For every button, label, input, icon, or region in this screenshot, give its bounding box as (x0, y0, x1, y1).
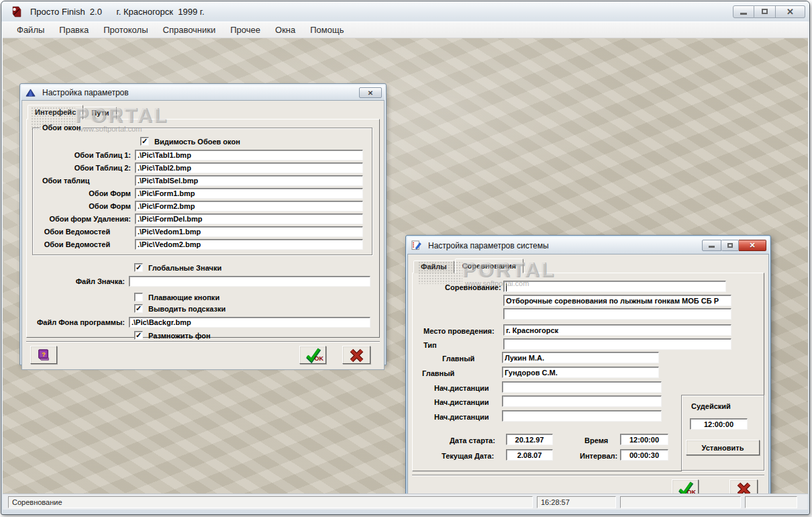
maximize-button[interactable] (754, 5, 776, 18)
chief2-input[interactable] (502, 367, 659, 378)
dist3-input[interactable] (502, 410, 662, 422)
field-row: Файл Значка: (27, 275, 379, 287)
misc-settings: ✓ Глобальные Значки Файл Значка: Плавающ… (27, 263, 379, 340)
dialog2-close-button[interactable]: ✕ (739, 240, 766, 251)
field-row: Обои Форм (33, 187, 372, 199)
judge-legend: Судейский (691, 402, 731, 410)
global-icons-label: Глобальные Значки (148, 264, 221, 272)
dialog1-body: Интерфейс Пути Обои окон ✓ Видимость Обо… (21, 100, 385, 370)
chief1-input[interactable] (502, 352, 659, 363)
dialog1-title: Настройка параметров (42, 88, 129, 97)
close-icon: ✕ (749, 241, 755, 250)
chief1-label: Главный (442, 355, 474, 363)
cancel-button[interactable] (342, 346, 370, 364)
client-area: Настройка параметров ✕ Интерфейс Пути Об… (3, 38, 808, 493)
cancel-button[interactable] (729, 479, 758, 493)
menu-files[interactable]: Файлы (9, 23, 52, 37)
menu-protocols[interactable]: Протоколы (96, 23, 155, 37)
tab-page-interface: Обои окон ✓ Видимость Обоев окон Обои Та… (26, 119, 380, 338)
status-panel-mode: Соревнование (8, 496, 533, 508)
help-button[interactable]: ? (30, 346, 57, 364)
close-icon: ✕ (786, 7, 794, 17)
field-row: Обои таблиц (33, 174, 372, 187)
judge-time-value[interactable]: 12:00:00 (690, 418, 748, 430)
tab-interface[interactable]: Интерфейс (28, 105, 83, 120)
global-icons-checkbox[interactable]: ✓ (134, 263, 143, 272)
dialog1-buttons: ? OK (26, 341, 380, 365)
wallpapers-groupbox: Обои окон ✓ Видимость Обоев окон Обои Та… (32, 128, 372, 255)
tab-files[interactable]: Файлы (413, 261, 454, 273)
ok-button[interactable]: OK (299, 346, 326, 364)
background-file-input[interactable] (129, 317, 370, 328)
ok-label: OK (315, 355, 324, 362)
field-label: Файл Фона программы: (27, 318, 129, 326)
minimize-icon (709, 246, 715, 248)
cancel-x-icon (348, 347, 365, 363)
tab-paths[interactable]: Пути (84, 107, 116, 120)
tile-background-checkbox[interactable]: ✓ (134, 331, 143, 340)
dialog1-close-button[interactable]: ✕ (359, 87, 382, 98)
interval-label: Интервал: (580, 452, 617, 460)
ok-button[interactable]: OK (672, 479, 699, 493)
type-label: Тип (423, 341, 437, 349)
time-value[interactable]: 12:00:00 (620, 434, 668, 445)
wallpaper-visibility-checkbox[interactable]: ✓ (140, 137, 149, 146)
field-row: Файл Фона программы: (27, 316, 379, 328)
minimize-button[interactable] (733, 5, 754, 18)
dialog2-titlebar: Настройка параметров системы ✕ (407, 237, 769, 254)
status-panel-clock: 16:28:57 (537, 496, 616, 508)
competition-label: Соревнование: (445, 283, 501, 291)
svg-text:?: ? (42, 350, 46, 357)
help-book-icon: ? (36, 348, 51, 363)
type-input[interactable] (503, 338, 731, 350)
close-button[interactable]: ✕ (776, 5, 805, 18)
start-date-value[interactable]: 20.12.97 (506, 434, 553, 445)
wallpaper-table1-input[interactable] (135, 150, 363, 160)
window-bottom-frame (1, 510, 809, 514)
wallpaper-tablesel-input[interactable] (135, 175, 363, 186)
dist3-label: Нач.дистанции (434, 413, 489, 421)
floating-buttons-checkbox[interactable] (134, 293, 143, 301)
competition-input[interactable] (503, 281, 726, 292)
interval-value[interactable]: 00:00:30 (620, 449, 668, 461)
menu-windows[interactable]: Окна (268, 23, 303, 37)
field-label: Обои таблиц (33, 177, 135, 185)
wallpapers-legend: Обои окон (40, 124, 83, 132)
wallpaper-formdel-input[interactable] (135, 214, 363, 224)
dialog2-buttons: OK (412, 475, 764, 493)
maximize-icon (727, 243, 733, 248)
competition-line2-input[interactable] (503, 295, 731, 306)
wallpaper-vedom1-input[interactable] (135, 226, 363, 237)
dist1-input[interactable] (502, 381, 662, 393)
menu-help[interactable]: Помощь (303, 23, 351, 37)
time-label: Время (585, 436, 608, 444)
tab-page-competitions: Соревнование: Место проведения: Тип Глав… (412, 273, 764, 471)
set-time-button[interactable]: Установить (686, 440, 760, 455)
menu-directories[interactable]: Справочники (156, 23, 223, 37)
field-label: Обои Таблиц 2: (33, 164, 135, 172)
wallpaper-form2-input[interactable] (135, 201, 363, 211)
wallpaper-form1-input[interactable] (135, 188, 363, 199)
show-hints-checkbox[interactable]: ✓ (134, 304, 143, 313)
menu-other[interactable]: Прочее (223, 23, 268, 37)
current-date-value[interactable]: 2.08.07 (506, 449, 553, 461)
icon-file-input[interactable] (129, 276, 370, 287)
place-input[interactable] (503, 324, 731, 336)
tile-background-label: Размножить фон (148, 332, 211, 340)
menu-edit[interactable]: Правка (52, 23, 96, 37)
wallpaper-vedom2-input[interactable] (135, 239, 363, 250)
chief2-label: Главный (422, 369, 454, 377)
dialog2-minimize-button[interactable] (702, 240, 721, 251)
dist1-label: Нач.дистанции (434, 384, 489, 392)
wallpaper-table2-input[interactable] (135, 162, 363, 173)
statusbar: Соревнование 16:28:57 (3, 493, 808, 510)
current-date-label: Текущая Дата: (442, 452, 494, 460)
cancel-x-icon (735, 481, 752, 494)
competition-line3-input[interactable] (503, 308, 731, 320)
dialog2-maximize-button[interactable] (721, 240, 739, 251)
field-row: Обои Таблиц 1: (33, 148, 372, 161)
judge-groupbox: Судейский 12:00:00 Установить (681, 395, 764, 471)
dialog2-body: Файлы Соревнования Соревнование: Место п… (407, 254, 769, 493)
tab-competitions[interactable]: Соревнования (455, 258, 523, 273)
dist2-input[interactable] (502, 395, 662, 407)
